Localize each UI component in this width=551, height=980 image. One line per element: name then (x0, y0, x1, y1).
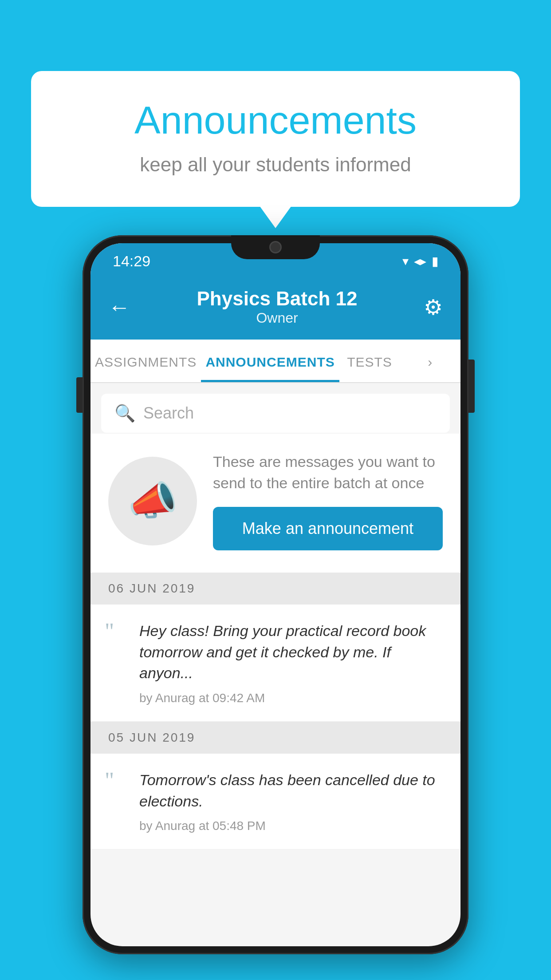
date-separator-2: 05 JUN 2019 (91, 722, 460, 754)
quote-icon-1: " (105, 622, 114, 641)
bubble-title: Announcements (67, 98, 484, 143)
battery-icon: ▮ (432, 254, 438, 269)
speech-bubble: Announcements keep all your students inf… (31, 71, 520, 207)
batch-role: Owner (130, 310, 424, 326)
phone-outer: 14:29 ▾ ◂▸ ▮ ← Physics Batch 12 Owner ⚙ … (83, 235, 468, 954)
status-icons: ▾ ◂▸ ▮ (402, 254, 438, 269)
phone-screen: 14:29 ▾ ◂▸ ▮ ← Physics Batch 12 Owner ⚙ … (91, 243, 460, 946)
search-bar[interactable]: 🔍 Search (101, 394, 450, 433)
search-icon: 🔍 (114, 403, 135, 423)
date-separator-1: 06 JUN 2019 (91, 573, 460, 605)
speech-bubble-section: Announcements keep all your students inf… (31, 71, 520, 207)
settings-button[interactable]: ⚙ (424, 295, 443, 320)
phone-notch (231, 235, 320, 259)
quote-icon-2: " (105, 771, 114, 790)
back-button[interactable]: ← (108, 296, 130, 318)
tab-tests[interactable]: TESTS (339, 340, 400, 382)
status-time: 14:29 (113, 253, 150, 270)
promo-description: These are messages you want to send to t… (213, 451, 443, 494)
announcement-promo-right: These are messages you want to send to t… (213, 451, 443, 550)
screen-content: 🔍 Search 📣 These are messages you want t… (91, 383, 460, 850)
announcement-icon-circle: 📣 (108, 457, 197, 545)
announcement-promo: 📣 These are messages you want to send to… (91, 434, 460, 573)
announcement-text-2: Tomorrow's class has been cancelled due … (139, 770, 443, 812)
tab-announcements[interactable]: ANNOUNCEMENTS (201, 340, 339, 382)
search-input[interactable]: Search (143, 404, 437, 423)
announcement-meta-1: by Anurag at 09:42 AM (139, 691, 443, 705)
app-header: ← Physics Batch 12 Owner ⚙ (91, 279, 460, 340)
tabs-bar: ASSIGNMENTS ANNOUNCEMENTS TESTS › (91, 340, 460, 383)
phone-mockup: 14:29 ▾ ◂▸ ▮ ← Physics Batch 12 Owner ⚙ … (83, 235, 468, 954)
wifi-icon: ▾ (402, 254, 409, 269)
make-announcement-button[interactable]: Make an announcement (213, 507, 443, 550)
announcement-item-2[interactable]: " Tomorrow's class has been cancelled du… (91, 754, 460, 850)
announcement-item-1[interactable]: " Hey class! Bring your practical record… (91, 605, 460, 722)
signal-icon: ◂▸ (414, 254, 426, 269)
announcement-text-1: Hey class! Bring your practical record b… (139, 620, 443, 684)
tab-more[interactable]: › (400, 340, 460, 382)
announcement-meta-2: by Anurag at 05:48 PM (139, 819, 443, 833)
camera-notch (269, 241, 282, 253)
megaphone-icon: 📣 (128, 478, 177, 524)
tab-assignments[interactable]: ASSIGNMENTS (91, 340, 201, 382)
header-title-block: Physics Batch 12 Owner (130, 288, 424, 326)
batch-name: Physics Batch 12 (130, 288, 424, 310)
bubble-subtitle: keep all your students informed (67, 154, 484, 176)
